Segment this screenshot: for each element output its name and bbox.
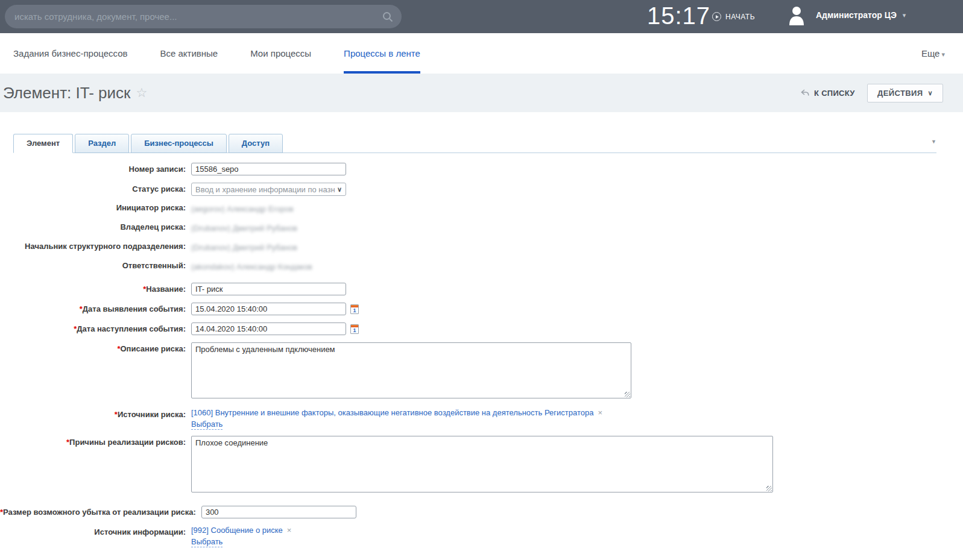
field-label: *Дата наступления события: — [0, 322, 191, 335]
user-name: Администратор ЦЭ — [816, 10, 897, 20]
detection-date-input[interactable] — [191, 303, 346, 315]
actions-button[interactable]: ДЕЙСТВИЯ ∨ — [867, 84, 943, 102]
field-row-department-head: Начальник структурного подразделения: (D… — [0, 242, 963, 253]
back-arrow-icon — [801, 89, 809, 96]
field-label: Статус риска: — [0, 183, 191, 196]
possible-loss-input[interactable] — [201, 506, 356, 518]
risk-description-textarea[interactable]: Проблемы с удаленным пдключением — [191, 342, 631, 398]
search-input[interactable] — [14, 11, 382, 22]
risk-status-value: Ввод и хранение информации по назна — [195, 185, 335, 194]
risk-source-link[interactable]: [1060] Внутренние и внешние факторы, ока… — [191, 408, 593, 417]
field-label: *Источники риска: — [0, 408, 191, 430]
tabs-dropdown-triangle-icon[interactable]: ▼ — [931, 139, 936, 145]
nav-item-all-active[interactable]: Все активные — [160, 33, 218, 74]
field-label: *Название: — [0, 283, 191, 295]
field-row-info-source: Источник информации: [992] Сообщение о р… — [0, 526, 963, 547]
choose-info-source-link[interactable]: Выбрать — [191, 537, 223, 547]
calendar-icon[interactable]: 1 — [350, 304, 359, 314]
resize-grip-icon[interactable] — [625, 392, 630, 397]
actions-label: ДЕЙСТВИЯ — [877, 89, 923, 98]
field-row-risk-description: *Описание риска: Проблемы с удаленным пд… — [0, 342, 963, 401]
field-label: Источник информации: — [0, 526, 191, 547]
department-head-value-blurred: (Drubanov) Дмитрий Рубанов — [191, 243, 297, 252]
field-label: *Описание риска: — [0, 342, 191, 401]
risk-initiator-value-blurred: (aegorov) Александр Егоров — [191, 204, 294, 213]
field-row-possible-loss: *Размер возможного убытка от реализации … — [0, 506, 963, 518]
field-row-occurrence-date: *Дата наступления события: 1 — [0, 322, 963, 335]
avatar-icon — [787, 5, 806, 25]
top-header: 15:17 НАЧАТЬ Администратор ЦЭ ▾ — [0, 0, 963, 33]
nav-item-bp-tasks[interactable]: Задания бизнес-процессов — [13, 33, 127, 74]
field-row-risk-causes: *Причины реализации рисков: Плохое соеди… — [0, 436, 963, 495]
start-workday-label: НАЧАТЬ — [725, 13, 755, 21]
search-icon[interactable] — [382, 11, 393, 22]
main-nav: Задания бизнес-процессов Все активные Мо… — [0, 33, 963, 74]
field-label: *Размер возможного убытка от реализации … — [0, 506, 201, 518]
play-icon — [712, 12, 721, 21]
back-to-list-link[interactable]: К СПИСКУ — [801, 89, 855, 98]
actions-chevron-down-icon: ∨ — [928, 89, 933, 97]
field-label: Инициатор риска: — [0, 203, 191, 214]
field-row-risk-owner: Владелец риска: (Drubanov) Дмитрий Рубан… — [0, 222, 963, 233]
choose-risk-source-link[interactable]: Выбрать — [191, 420, 223, 430]
field-label: Ответственный: — [0, 261, 191, 272]
field-label: *Дата выявления события: — [0, 303, 191, 315]
info-source-link[interactable]: [992] Сообщение о риске — [191, 526, 283, 535]
more-caret-down-icon: ▾ — [941, 51, 945, 58]
tab-business-processes[interactable]: Бизнес-процессы — [131, 134, 227, 153]
field-label: Начальник структурного подразделения: — [0, 242, 191, 253]
field-label: Номер записи: — [0, 163, 191, 175]
field-row-responsible: Ответственный: (akondakov) Александр Кон… — [0, 261, 963, 272]
field-row-record-number: Номер записи: — [0, 163, 963, 175]
name-input[interactable] — [191, 283, 346, 295]
field-row-detection-date: *Дата выявления события: 1 — [0, 303, 963, 315]
resize-grip-icon[interactable] — [766, 486, 772, 491]
global-search[interactable] — [5, 5, 402, 28]
tab-section[interactable]: Раздел — [75, 134, 129, 153]
remove-icon[interactable]: × — [598, 408, 602, 417]
nav-more-label: Еще — [921, 48, 940, 58]
element-form: Номер записи: Статус риска: Ввод и хране… — [0, 163, 963, 547]
field-row-risk-status: Статус риска: Ввод и хранение информации… — [0, 183, 963, 196]
nav-item-my-processes[interactable]: Мои процессы — [250, 33, 311, 74]
field-label: *Причины реализации рисков: — [0, 436, 191, 495]
page-title: Элемент: IT- риск — [3, 84, 130, 102]
worktime-clock: 15:17 — [647, 2, 710, 30]
page-title-band: Элемент: IT- риск ☆ К СПИСКУ ДЕЙСТВИЯ ∨ — [0, 74, 963, 112]
favorite-star-icon[interactable]: ☆ — [136, 86, 147, 100]
field-row-risk-initiator: Инициатор риска: (aegorov) Александр Его… — [0, 203, 963, 214]
field-row-risk-sources: *Источники риска: [1060] Внутренние и вн… — [0, 408, 963, 430]
risk-causes-textarea[interactable]: Плохое соединение — [191, 436, 773, 492]
risk-owner-value-blurred: (Drubanov) Дмитрий Рубанов — [191, 224, 297, 233]
detail-tabs: Элемент Раздел Бизнес-процессы Доступ ▼ — [13, 134, 936, 153]
occurrence-date-input[interactable] — [191, 322, 346, 335]
tab-access[interactable]: Доступ — [229, 134, 283, 153]
risk-status-select[interactable]: Ввод и хранение информации по назна ∨ — [191, 183, 346, 196]
tab-element[interactable]: Элемент — [13, 134, 73, 153]
responsible-value-blurred: (akondakov) Александр Кондаков — [191, 262, 312, 271]
field-label: Владелец риска: — [0, 222, 191, 233]
select-chevron-down-icon: ∨ — [337, 186, 342, 193]
field-row-name: *Название: — [0, 283, 963, 295]
user-caret-down-icon: ▾ — [903, 11, 906, 19]
remove-icon[interactable]: × — [287, 526, 292, 535]
back-to-list-label: К СПИСКУ — [814, 89, 855, 98]
start-workday-button[interactable]: НАЧАТЬ — [712, 12, 755, 21]
calendar-icon[interactable]: 1 — [350, 324, 359, 334]
nav-more-button[interactable]: Еще▾ — [921, 48, 945, 58]
nav-item-processes-feed[interactable]: Процессы в ленте — [344, 33, 420, 74]
user-menu[interactable]: Администратор ЦЭ ▾ — [787, 5, 906, 25]
record-number-input[interactable] — [191, 163, 346, 175]
